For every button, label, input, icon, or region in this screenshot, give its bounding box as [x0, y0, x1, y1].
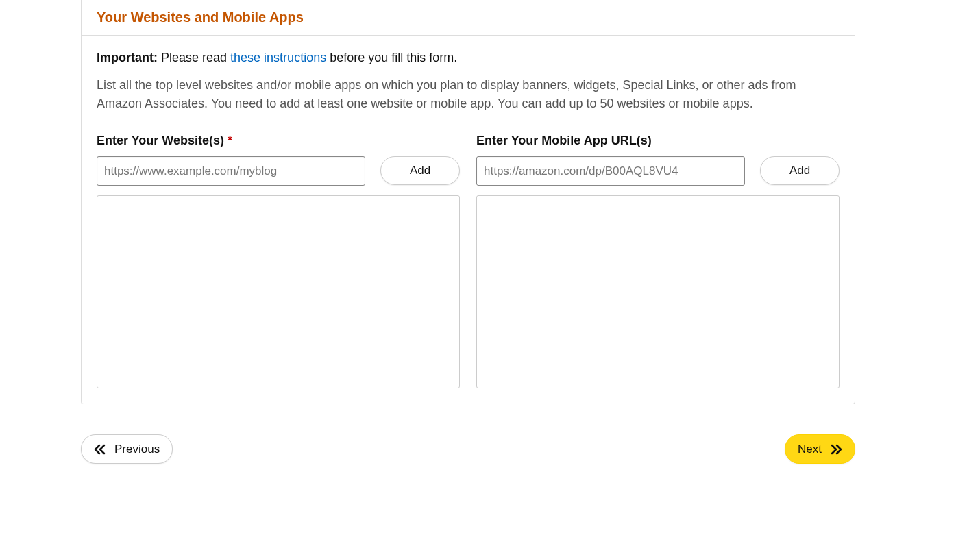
previous-button[interactable]: Previous	[81, 434, 173, 464]
instructions-link[interactable]: these instructions	[230, 51, 326, 64]
required-indicator: *	[228, 134, 232, 147]
chevron-left-icon	[94, 444, 106, 455]
mobile-app-url-input[interactable]	[476, 156, 745, 186]
websites-label-text: Enter Your Website(s)	[97, 134, 228, 147]
add-website-button[interactable]: Add	[380, 156, 460, 185]
websites-label: Enter Your Website(s) *	[97, 134, 460, 148]
add-mobile-app-button[interactable]: Add	[760, 156, 840, 185]
section-title: Your Websites and Mobile Apps	[97, 10, 840, 25]
websites-list-box[interactable]	[97, 195, 460, 388]
important-text-before: Please read	[158, 51, 230, 64]
mobile-apps-list-box[interactable]	[476, 195, 840, 388]
navigation-row: Previous Next	[81, 434, 855, 464]
next-label: Next	[798, 443, 822, 456]
mobile-apps-column: Enter Your Mobile App URL(s) Add	[476, 134, 840, 388]
websites-section-card: Your Websites and Mobile Apps Important:…	[81, 0, 855, 404]
previous-label: Previous	[114, 443, 160, 456]
chevron-right-icon	[830, 444, 842, 455]
important-label: Important:	[97, 51, 158, 64]
mobile-apps-label: Enter Your Mobile App URL(s)	[476, 134, 840, 148]
next-button[interactable]: Next	[785, 434, 855, 464]
important-text-after: before you fill this form.	[326, 51, 457, 64]
websites-column: Enter Your Website(s) * Add	[97, 134, 460, 388]
important-notice: Important: Please read these instruction…	[97, 51, 840, 65]
card-body: Important: Please read these instruction…	[82, 36, 855, 404]
website-url-input[interactable]	[97, 156, 365, 186]
section-description: List all the top level websites and/or m…	[97, 76, 840, 113]
card-header: Your Websites and Mobile Apps	[82, 0, 855, 36]
